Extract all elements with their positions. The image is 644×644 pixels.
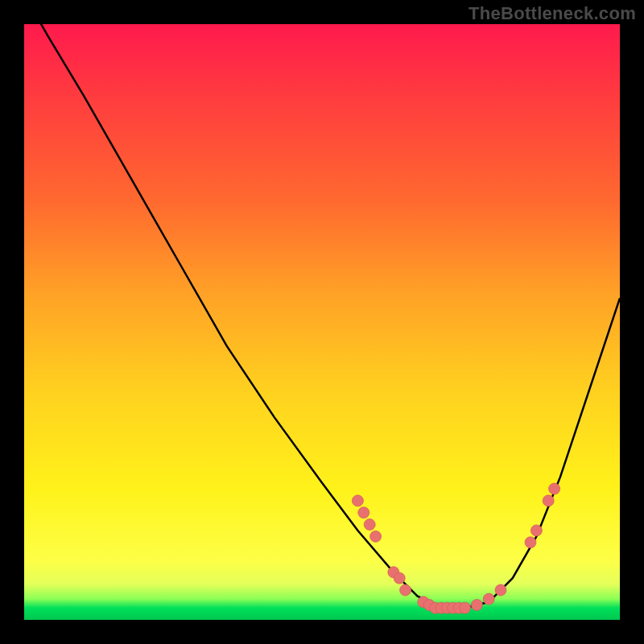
curve-marker xyxy=(370,530,382,542)
curve-marker xyxy=(460,602,471,613)
curve-marker xyxy=(352,495,363,506)
curve-marker xyxy=(471,600,482,611)
curve-marker xyxy=(483,593,494,605)
plot-area xyxy=(24,24,620,620)
curve-marker xyxy=(495,584,506,596)
curve-marker xyxy=(543,495,554,506)
curve-marker xyxy=(530,525,542,536)
curve-marker xyxy=(525,537,536,548)
curve-marker xyxy=(394,572,405,584)
curve-marker xyxy=(549,483,560,494)
chart-frame: TheBottleneck.com xyxy=(0,0,644,644)
curve-svg xyxy=(24,24,620,620)
curve-marker xyxy=(364,519,375,530)
curve-marker xyxy=(400,584,411,596)
curve-marker xyxy=(358,507,369,518)
bottleneck-curve-path xyxy=(24,0,620,608)
watermark-text: TheBottleneck.com xyxy=(469,3,636,24)
